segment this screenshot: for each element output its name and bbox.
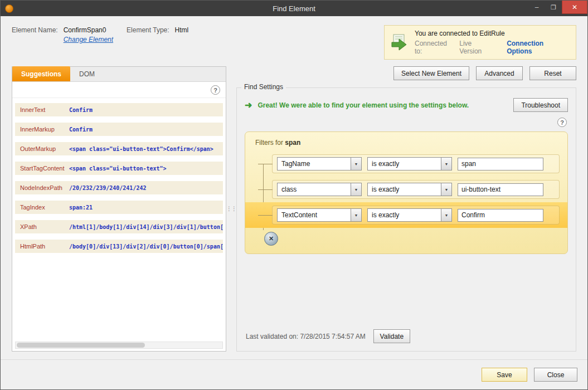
filter-value-input[interactable] [458, 183, 543, 196]
element-name-value: ConfirmSpan0 [64, 26, 113, 34]
select-new-element-button[interactable]: Select New Element [393, 66, 469, 80]
footer: Save Close [1, 359, 587, 389]
validate-row: Last validated on: 7/28/2015 7:54:57 AM … [245, 326, 568, 344]
header: Element Name: ConfirmSpan0 Change Elemen… [1, 16, 587, 63]
titlebar: Find Element – ❐ ✕ [1, 1, 587, 16]
find-settings-panel: Select New Element Advanced Reset Find S… [236, 66, 576, 352]
horizontal-scrollbar[interactable] [15, 342, 223, 349]
connection-box: You are connected to EditRule Connected … [384, 25, 576, 60]
suggestion-label: XPath [15, 223, 69, 230]
reset-button[interactable]: Reset [529, 66, 576, 80]
suggestion-row[interactable]: NodeIndexPath /20/232/239/240/241/242 [15, 181, 223, 194]
suggestion-value: Confirm [69, 107, 223, 113]
save-button[interactable]: Save [482, 368, 527, 382]
filter-field-dropdown[interactable]: class ▼ [277, 183, 362, 196]
suggestion-row[interactable]: XPath /html[1]/body[1]/div[14]/div[3]/di… [15, 220, 223, 233]
chevron-down-icon[interactable]: ▼ [351, 183, 361, 196]
actions-row: Select New Element Advanced Reset [236, 66, 576, 81]
chevron-down-icon[interactable]: ▼ [351, 158, 361, 170]
element-type-value: Html [175, 26, 189, 43]
suggestion-rows: InnerText Confirm InnerMarkup Confirm Ou… [12, 98, 226, 351]
suggestion-label: NodeIndexPath [15, 184, 69, 191]
suggestion-label: StartTagContent [15, 165, 69, 172]
suggestion-value: <span class="ui-button-text">Confirm</sp… [69, 146, 223, 152]
main-content: Suggestions DOM ? InnerText Confirm Inne… [1, 63, 587, 359]
filter-value-input[interactable] [458, 209, 543, 222]
suggestion-row[interactable]: InnerText Confirm [15, 103, 223, 116]
chevron-down-icon[interactable]: ▼ [441, 183, 451, 196]
connection-options-link[interactable]: Connection Options [507, 40, 570, 55]
troubleshoot-button[interactable]: Troubleshoot [513, 98, 568, 112]
filter-row-highlighted: TextContent ▼ is exactly ▼ [245, 202, 567, 228]
filter-row: TagName ▼ is exactly ▼ [245, 151, 567, 177]
suggestion-label: InnerText [15, 106, 69, 113]
change-element-link[interactable]: Change Element [64, 36, 113, 43]
suggestion-label: TagIndex [15, 204, 69, 211]
find-settings-groupbox: Find Settings ➜ Great! We were able to f… [236, 87, 576, 352]
window-controls: – ❐ ✕ [528, 1, 587, 14]
filter-row: class ▼ is exactly ▼ [245, 177, 567, 202]
suggestion-label: OuterMarkup [15, 145, 69, 152]
last-validated-text: Last validated on: 7/28/2015 7:54:57 AM [246, 333, 366, 340]
connected-to-value: Live Version [459, 40, 495, 55]
scrollbar-thumb[interactable] [17, 343, 145, 348]
help-icon[interactable]: ? [557, 118, 567, 127]
close-button[interactable]: Close [534, 368, 577, 382]
suggestion-row[interactable]: OuterMarkup <span class="ui-button-text"… [15, 142, 223, 155]
connection-arrow-icon [390, 34, 409, 51]
chevron-down-icon[interactable]: ▼ [441, 209, 451, 221]
left-panel-tabbar: Suggestions DOM [12, 67, 226, 82]
filters-panel: Filters for span TagName ▼ is exactly ▼ [245, 131, 568, 254]
suggestion-row[interactable]: TagIndex span:21 [15, 201, 223, 214]
filters-title: Filters for span [255, 139, 560, 147]
suggestion-row[interactable]: InnerMarkup Confirm [15, 123, 223, 136]
close-window-button[interactable]: ✕ [562, 1, 587, 14]
validate-button[interactable]: Validate [373, 329, 410, 343]
maximize-button[interactable]: ❐ [545, 1, 562, 14]
suggestion-value: <span class="ui-button-text"> [69, 165, 223, 172]
help-icon[interactable]: ? [211, 85, 220, 95]
suggestion-row[interactable]: StartTagContent <span class="ui-button-t… [15, 162, 223, 175]
filter-value-input[interactable] [458, 158, 543, 170]
tab-suggestions[interactable]: Suggestions [12, 66, 70, 81]
minimize-button[interactable]: – [528, 1, 545, 14]
filter-operator-dropdown[interactable]: is exactly ▼ [367, 183, 452, 196]
find-element-window: Find Element – ❐ ✕ Element Name: Confirm… [0, 0, 588, 390]
tab-dom[interactable]: DOM [70, 66, 104, 81]
chevron-down-icon[interactable]: ▼ [351, 209, 361, 221]
suggestion-label: HtmlPath [15, 243, 69, 250]
filter-operator-dropdown[interactable]: is exactly ▼ [367, 208, 452, 222]
status-message: Great! We were able to find your element… [257, 101, 508, 109]
element-info: Element Name: ConfirmSpan0 Change Elemen… [12, 25, 188, 43]
element-name-label: Element Name: [12, 26, 58, 43]
suggestions-panel: Suggestions DOM ? InnerText Confirm Inne… [12, 66, 226, 352]
suggestion-value: /20/232/239/240/241/242 [69, 185, 223, 191]
suggestion-value: /body[0]/div[13]/div[2]/div[0]/button[0]… [69, 243, 223, 250]
chevron-down-icon[interactable]: ▼ [441, 158, 451, 170]
panel-splitter[interactable]: ⋮⋮ [226, 66, 236, 352]
element-type-label: Element Type: [127, 26, 169, 43]
filter-field-dropdown[interactable]: TagName ▼ [277, 157, 362, 170]
suggestion-row[interactable]: HtmlPath /body[0]/div[13]/div[2]/div[0]/… [15, 240, 223, 253]
suggestion-label: InnerMarkup [15, 126, 69, 133]
filter-field-dropdown[interactable]: TextContent ▼ [277, 208, 362, 222]
suggestion-value: span:21 [69, 204, 223, 211]
find-settings-legend: Find Settings [241, 83, 286, 91]
status-row: ➜ Great! We were able to find your eleme… [245, 98, 568, 112]
window-title: Find Element [1, 4, 587, 13]
suggestion-value: Confirm [69, 126, 223, 133]
filter-operator-dropdown[interactable]: is exactly ▼ [367, 157, 452, 170]
suggestion-value: /html[1]/body[1]/div[14]/div[3]/div[1]/b… [69, 224, 223, 230]
remove-filter-node-button[interactable]: ✕ [264, 232, 278, 246]
splitter-grip-icon[interactable]: ⋮⋮ [226, 206, 236, 212]
status-arrow-icon: ➜ [245, 101, 252, 110]
connected-to-label: Connected to: [415, 40, 456, 55]
advanced-button[interactable]: Advanced [476, 66, 523, 80]
connection-status-text: You are connected to EditRule [415, 30, 570, 37]
